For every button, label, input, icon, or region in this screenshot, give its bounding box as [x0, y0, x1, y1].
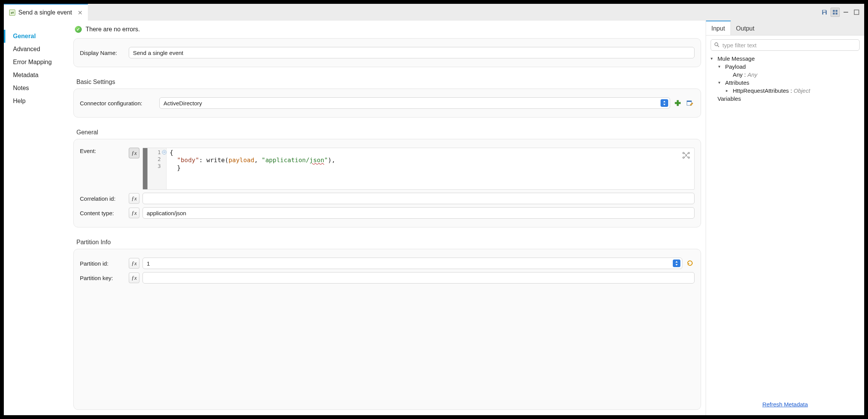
- sidebar-item-help[interactable]: Help: [4, 95, 68, 108]
- partition-group: Partition id: ƒx 1 Partition key: ƒx: [73, 249, 701, 410]
- svg-point-6: [683, 152, 684, 154]
- refresh-metadata-link[interactable]: Refresh Metadata: [762, 401, 808, 408]
- flow-icon: ⇄: [9, 10, 15, 16]
- edit-config-button[interactable]: [685, 98, 695, 108]
- line-number: 1: [158, 149, 161, 155]
- tree-node-payload[interactable]: ▾ Payload: [711, 63, 860, 71]
- save-icon[interactable]: [820, 8, 829, 17]
- general-section-title: General: [76, 129, 701, 136]
- inspector-panel: Input Output type filter text ▾ Mule Mes…: [706, 21, 864, 415]
- sidebar-item-general[interactable]: General: [4, 30, 68, 43]
- add-config-button[interactable]: [673, 98, 682, 108]
- ok-icon: ✓: [75, 26, 82, 33]
- tab-input[interactable]: Input: [706, 21, 731, 35]
- svg-rect-5: [687, 101, 691, 102]
- editor-view: ⇄ Send a single event ✕ General Advanced…: [4, 4, 864, 415]
- search-icon: [714, 42, 719, 48]
- content-type-label: Content type:: [80, 210, 126, 216]
- chevron-down-icon: ▾: [718, 80, 723, 85]
- palette-icon[interactable]: [831, 8, 840, 17]
- connector-select[interactable]: ActiveDirectory: [159, 97, 670, 109]
- line-gutter: 1− 2 3: [147, 148, 167, 189]
- partition-key-input[interactable]: [143, 272, 695, 284]
- tree-node-payload-any[interactable]: Any : Any: [711, 71, 860, 79]
- fx-button-correlation[interactable]: ƒx: [129, 193, 139, 204]
- refresh-partition-icon[interactable]: [685, 259, 695, 268]
- sidebar-item-advanced[interactable]: Advanced: [4, 43, 68, 56]
- code-body[interactable]: { "body": write(payload, "application/js…: [167, 148, 694, 189]
- display-name-group: Display Name:: [73, 38, 701, 67]
- chevron-updown-icon: [661, 99, 668, 107]
- event-label: Event:: [80, 148, 126, 154]
- mapping-icon[interactable]: [682, 151, 690, 160]
- fx-button-partition-id[interactable]: ƒx: [129, 258, 139, 269]
- tree-node-attributes[interactable]: ▾ Attributes: [711, 79, 860, 87]
- close-tab-icon[interactable]: ✕: [78, 9, 83, 16]
- svg-point-8: [688, 152, 690, 154]
- svg-rect-1: [854, 10, 859, 15]
- fx-button-partition-key[interactable]: ƒx: [129, 272, 139, 283]
- titlebar: ⇄ Send a single event ✕: [4, 4, 864, 21]
- general-group: Event: ƒx 1− 2 3 { "body": write(payload…: [73, 139, 701, 227]
- content-type-input[interactable]: [143, 207, 695, 219]
- svg-rect-0: [844, 12, 848, 13]
- basic-settings-title: Basic Settings: [76, 79, 701, 85]
- tab-title: Send a single event: [18, 9, 72, 16]
- connector-value: ActiveDirectory: [164, 100, 202, 106]
- svg-point-9: [688, 157, 690, 158]
- correlation-id-input[interactable]: [143, 193, 695, 204]
- correlation-label: Correlation id:: [80, 195, 126, 202]
- inspector-body: type filter text ▾ Mule Message ▾ Payloa…: [706, 35, 864, 415]
- sidebar-item-metadata[interactable]: Metadata: [4, 69, 68, 82]
- tree-node-variables[interactable]: Variables: [711, 95, 860, 103]
- chevron-right-icon: ▸: [726, 88, 730, 93]
- filter-placeholder: type filter text: [722, 42, 756, 48]
- connector-label: Connector configuration:: [80, 100, 156, 106]
- partition-id-value: 1: [147, 260, 150, 267]
- filter-input[interactable]: type filter text: [711, 39, 860, 51]
- tree-node-mule-message[interactable]: ▾ Mule Message: [711, 55, 860, 63]
- partition-id-label: Partition id:: [80, 260, 126, 267]
- partition-key-label: Partition key:: [80, 275, 126, 281]
- fx-button-content-type[interactable]: ƒx: [129, 208, 139, 218]
- svg-rect-3: [675, 102, 680, 104]
- display-name-input[interactable]: [129, 47, 695, 58]
- toolbar: [820, 4, 864, 21]
- tab-output[interactable]: Output: [731, 21, 760, 35]
- svg-line-11: [717, 45, 719, 47]
- line-number: 3: [147, 163, 166, 169]
- basic-settings-group: Connector configuration: ActiveDirectory: [73, 89, 701, 118]
- sidebar-item-error-mapping[interactable]: Error Mapping: [4, 56, 68, 69]
- chevron-down-icon: ▾: [711, 56, 715, 61]
- svg-point-10: [715, 43, 718, 46]
- sidebar-item-notes[interactable]: Notes: [4, 82, 68, 95]
- code-gutter-strip: [143, 148, 147, 189]
- event-code-editor[interactable]: 1− 2 3 { "body": write(payload, "applica…: [143, 148, 695, 190]
- main-panel: ✓ There are no errors. Display Name: Bas…: [69, 21, 706, 415]
- minimize-icon[interactable]: [841, 8, 850, 17]
- svg-point-7: [683, 157, 684, 158]
- fold-icon[interactable]: −: [162, 150, 167, 155]
- fx-button-event[interactable]: ƒx: [129, 148, 139, 158]
- inspector-tabs: Input Output: [706, 21, 864, 35]
- maximize-icon[interactable]: [852, 8, 861, 17]
- line-number: 2: [147, 156, 166, 163]
- refresh-metadata: Refresh Metadata: [711, 399, 860, 411]
- sidebar: General Advanced Error Mapping Metadata …: [4, 21, 69, 415]
- partition-title: Partition Info: [76, 239, 701, 246]
- status-text: There are no errors.: [86, 26, 140, 33]
- metadata-tree: ▾ Mule Message ▾ Payload Any : Any ▾ Att…: [711, 55, 860, 103]
- chevron-down-icon: ▾: [718, 64, 723, 69]
- plus-icon: [674, 100, 681, 106]
- display-name-label: Display Name:: [80, 50, 126, 56]
- tree-node-http-attributes[interactable]: ▸ HttpRequestAttributes : Object: [711, 87, 860, 95]
- partition-id-select[interactable]: 1: [143, 258, 682, 269]
- chevron-updown-icon: [673, 259, 680, 267]
- tab-send-event[interactable]: ⇄ Send a single event ✕: [4, 4, 88, 21]
- status-bar: ✓ There are no errors.: [72, 24, 703, 37]
